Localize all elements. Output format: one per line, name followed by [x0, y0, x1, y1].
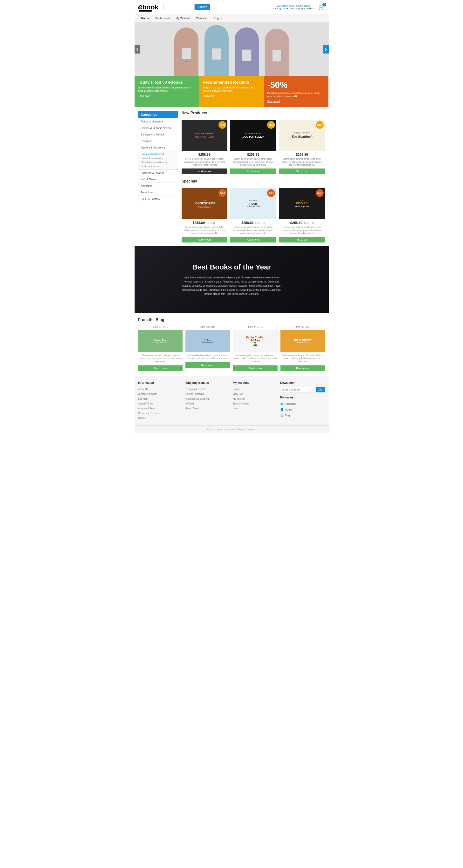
blog-card-4: June 26, 2015 THE ALCHEMIST Paulo Coelho…: [281, 326, 325, 371]
blog-date-4: June 26, 2015: [281, 326, 325, 328]
footer-link-contact[interactable]: Contact: [138, 416, 182, 421]
sidebar-submenu-link-4[interactable]: Incididunt ut labore: [141, 164, 175, 168]
special-price-1: $258.89: [193, 221, 205, 225]
sidebar-item-biography[interactable]: Biography & Memoir: [138, 131, 178, 138]
add-to-cart-2[interactable]: Add to cart: [230, 168, 276, 174]
footer-link-help[interactable]: Help: [233, 406, 277, 411]
newsletter-submit-button[interactable]: Ok!: [316, 387, 325, 393]
social-link-facebook[interactable]: 🐦 Facebook: [280, 401, 325, 407]
social-link-rss[interactable]: 📡 Blog: [280, 413, 325, 418]
special-old-price-2: $358.89: [255, 221, 265, 224]
read-more-1[interactable]: Read more: [138, 365, 183, 371]
sidebar-menu: Fiction & Literature Comics & Graphic No…: [138, 118, 178, 202]
add-to-cart-special-2[interactable]: Add to cart: [230, 237, 276, 243]
special-author-1: Nicholas Sparks: [198, 206, 210, 208]
promo-cta-1[interactable]: Shop now!: [138, 94, 150, 97]
sidebar-item-comics[interactable]: Comics & Graphic Novels: [138, 125, 178, 131]
blog-image-1: Orphan Train Christina Baker Kline: [138, 330, 183, 352]
footer-link-sitemap[interactable]: Site Map: [138, 397, 182, 401]
nav-myaccount[interactable]: My Account: [152, 14, 173, 23]
promo-cta-3[interactable]: Shop now!: [267, 100, 280, 103]
search-form: Search: [163, 4, 210, 10]
facebook-icon: 📘: [280, 407, 284, 413]
read-more-4[interactable]: Read more: [281, 365, 325, 371]
product-price-2: $258.89: [230, 153, 276, 156]
sidebar-item-periodicals[interactable]: Periodicals: [138, 189, 178, 196]
sidebar-item-romance[interactable]: Romance: [138, 138, 178, 144]
product-price-3: $258.89: [279, 153, 325, 156]
footer-link-orders-returns[interactable]: Orders and Returns: [138, 411, 182, 416]
social-link-twitter[interactable]: 📘 Twitter: [280, 407, 325, 413]
read-more-2[interactable]: Read more: [185, 362, 230, 368]
slider-next-button[interactable]: ❯: [323, 45, 329, 54]
footer-link-about[interactable]: About Us: [138, 387, 182, 392]
sidebar-item-nonfiction[interactable]: Nonfiction: [138, 183, 178, 189]
footer-link-advanced-search[interactable]: Advanced Search: [138, 406, 182, 411]
specials-title: Specials: [181, 179, 325, 185]
sidebar-submenu-link-1[interactable]: Lorem ipsum dolor sit: [141, 152, 175, 156]
currency[interactable]: Currency USD ▾: [272, 7, 288, 10]
book-title-2: DOCTOR SLEEP: [243, 135, 264, 138]
footer-col-newsletter: Newsletter Ok! Follow us 🐦 Facebook 📘 Tw…: [280, 381, 325, 421]
search-input[interactable]: [163, 4, 195, 10]
social-links: 🐦 Facebook 📘 Twitter 📡 Blog: [280, 401, 325, 418]
nav-wishlist[interactable]: My Wishlist: [173, 14, 193, 23]
product-card-1: New! SANDRA BROWN MEAN STREAK $258.89 Lo…: [181, 120, 227, 174]
logo[interactable]: ebook: [138, 2, 159, 11]
promo-banner-yellow: Recommended Reading Excepteur sint occae…: [199, 76, 264, 107]
add-to-cart-1[interactable]: Add to cart: [181, 168, 227, 174]
nav-checkout[interactable]: Checkout: [193, 14, 211, 23]
special-title-1: LONGEST RIDE: [194, 202, 215, 205]
footer-link-signin[interactable]: Sign in: [233, 387, 277, 392]
cart-count: 0: [322, 3, 326, 6]
language[interactable]: Your Language: English ▾: [290, 7, 315, 10]
newsletter-email-input[interactable]: [280, 387, 315, 393]
blog-text-1: Aliquam erat volutpat. Integer pharetra …: [138, 354, 183, 363]
blog-image-2: If I Stay Gayle Forman: [185, 330, 230, 352]
blog-text-2: Vivamus blandit nulla non placerat viver…: [185, 354, 230, 360]
new-products-grid: New! SANDRA BROWN MEAN STREAK $258.89 Lo…: [181, 120, 325, 174]
footer-link-search-terms[interactable]: Search Terms: [138, 401, 182, 406]
blog-image-4: THE ALCHEMIST Paulo Coelho: [281, 330, 325, 352]
promo-banner-orange: -50% Excepteur sint occaecat cupidatat n…: [264, 76, 328, 107]
sidebar-item-business[interactable]: Business & Finance: [138, 170, 178, 176]
new-products-section: New Products New! SANDRA BROWN MEAN STRE…: [181, 111, 325, 174]
cart-widget[interactable]: 🛒 0: [319, 4, 325, 10]
book-author-1: SANDRA BROWN: [195, 132, 214, 134]
footer-link-track-order[interactable]: Track My Order: [233, 401, 277, 406]
blog-card-1: June 15, 2015 Orphan Train Christina Bak…: [138, 326, 183, 371]
nav-home[interactable]: Home: [138, 14, 152, 23]
add-to-cart-3[interactable]: Add to cart: [279, 168, 325, 174]
footer-link-viewcart[interactable]: View Cart: [233, 392, 277, 397]
footer-link-secure[interactable]: Secure Shopping: [185, 392, 229, 397]
add-to-cart-special-3[interactable]: Add to cart: [279, 237, 325, 243]
footer-link-affiliates[interactable]: Affiliates: [185, 401, 229, 406]
sidebar-submenu-link-2[interactable]: Conse ctetur adipiscing: [141, 156, 175, 160]
read-more-3[interactable]: Read more: [233, 365, 278, 371]
nav-login[interactable]: Log In: [211, 14, 225, 23]
blog-card-2: June 20, 2015 If I Stay Gayle Forman Viv…: [185, 326, 230, 371]
footer-link-wishlist[interactable]: My Wishlist: [233, 397, 277, 401]
promo-cta-2[interactable]: Shop now!: [203, 94, 215, 97]
footer-link-group-sales[interactable]: Group Sales: [185, 406, 229, 411]
footer-link-customer-service[interactable]: Customer Service: [138, 392, 182, 397]
sidebar-item-mystery[interactable]: Mystery & Suspense -: [138, 144, 178, 151]
product-desc-3: Lorem ipsum dolor sit amet conse ctetur …: [279, 157, 325, 166]
add-to-cart-special-1[interactable]: Add to cart: [181, 237, 227, 243]
newsletter-form: Ok!: [280, 387, 325, 393]
promo-banners: Today's Top 50 eBooks Excepteur sint occ…: [135, 76, 329, 107]
special-card-3: Sale! JODI PICOULT The Storyteller $258.…: [279, 188, 325, 243]
footer-link-international[interactable]: International Shipping: [185, 397, 229, 401]
best-books-banner: Best Books of the Year Lorem ipsum dolor…: [135, 246, 329, 313]
promo-discount: -50%: [267, 80, 325, 90]
search-button[interactable]: Search: [195, 4, 210, 10]
footer-link-shipping[interactable]: Shipping & Returns: [185, 387, 229, 392]
sidebar-item-kids[interactable]: Kids & Teens: [138, 176, 178, 183]
promo-desc-1: Excepteur sint occaecat cupidatat non pr…: [138, 86, 196, 92]
sidebar-item-scifi[interactable]: Sci Fi & Fantasy: [138, 196, 178, 202]
product-card-2: New! STEPHEN KING DOCTOR SLEEP $258.89 L…: [230, 120, 276, 174]
sidebar-submenu-link-3[interactable]: Elit sed do eiusmod tempor: [141, 160, 175, 164]
slider-prev-button[interactable]: ❮: [135, 45, 140, 54]
hero-person-2: [204, 25, 229, 76]
sidebar-item-fiction[interactable]: Fiction & Literature: [138, 118, 178, 125]
